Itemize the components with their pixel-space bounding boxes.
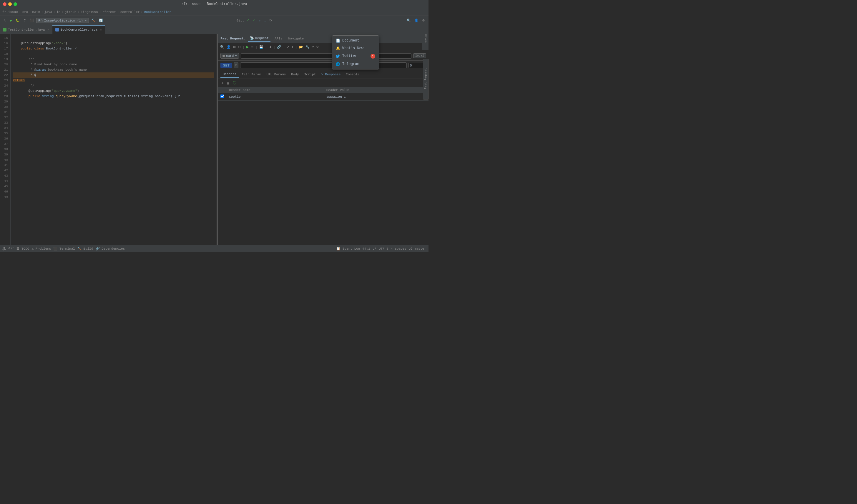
code-content[interactable]: @RequestMapping("/book") public class Bo… (11, 34, 217, 245)
add-header-button[interactable]: + (220, 81, 224, 85)
collection-icon[interactable]: 📂 (298, 45, 304, 49)
req-tab-response[interactable]: > Response (319, 71, 343, 78)
menu-item-telegram[interactable]: Telegram (332, 60, 379, 68)
minimize-button[interactable] (8, 2, 12, 6)
git-checkmark1-icon[interactable]: ✓ (246, 18, 250, 23)
menu-item-twitter[interactable]: Twitter 1 (332, 52, 379, 60)
more-icon[interactable]: ▾ (291, 45, 294, 49)
breadcrumb-item[interactable]: src (22, 10, 28, 14)
tab-close-icon[interactable]: ✕ (47, 28, 49, 32)
table-icon[interactable]: ⊞ (232, 45, 237, 49)
delete-header-button[interactable]: 🗑 (226, 81, 231, 85)
method-dropdown[interactable]: ▾ (234, 62, 238, 68)
window-title: rfr-issue – BookController.java (181, 2, 247, 6)
search-icon[interactable]: 🔍 (405, 18, 412, 23)
header-checkbox[interactable] (220, 95, 224, 98)
problems-status-item[interactable]: ⚠ Problems (32, 247, 51, 251)
target-icon[interactable]: ⊙ (237, 45, 241, 49)
breadcrumb-item[interactable]: main (32, 10, 40, 14)
fr-side-tab[interactable]: Fast Request (423, 59, 428, 100)
maven-side-panel[interactable]: Maven (422, 27, 428, 50)
git-checkmark2-icon[interactable]: ✓ (252, 18, 257, 23)
play-icon[interactable]: ▶ (246, 45, 250, 49)
header-value-cell[interactable]: JSESSION=1 (324, 93, 428, 101)
menu-item-whatsnew[interactable]: 🔔 What's New (332, 45, 379, 52)
fr-tab-request[interactable]: 📡 Request (248, 35, 270, 42)
breadcrumb-item-current[interactable]: BookController (144, 10, 171, 14)
terminal-status-item[interactable]: ⬛ Terminal (53, 247, 75, 251)
method-button[interactable]: GET (220, 63, 232, 68)
run-icon[interactable]: ▶ (9, 18, 13, 23)
refresh-icon[interactable]: ↻ (315, 45, 320, 49)
breadcrumb-item[interactable]: rfrtest (102, 10, 116, 14)
url-input[interactable] (241, 53, 411, 58)
git-refresh-icon[interactable]: ↻ (268, 18, 273, 23)
tab-close-icon[interactable]: ✕ (100, 28, 102, 32)
link-icon[interactable]: 🔗 (276, 45, 282, 49)
req-tab-headers[interactable]: Headers (220, 71, 239, 78)
maximize-button[interactable] (14, 2, 17, 6)
todo-status-item[interactable]: ☰ TODO (16, 247, 29, 251)
header-checkbox-cell[interactable] (218, 93, 226, 101)
stop-icon[interactable]: ⬛ (29, 18, 35, 23)
breadcrumb-item[interactable]: java (45, 10, 52, 14)
fr-header: Fast Request: 📡 Request APIs Navigate (218, 34, 428, 43)
cursor-icon[interactable]: ↖ (2, 18, 7, 23)
build-status-item[interactable]: 🔨 Build (78, 247, 93, 251)
fr-tab-apis-label: APIs (274, 37, 282, 40)
wrench-icon[interactable]: 🔧 (305, 45, 310, 49)
code-editor[interactable]: 15 16 17 18 19 20 21 22 23 24 27 28 29 3… (0, 34, 217, 245)
breadcrumb-item[interactable]: github (65, 10, 77, 14)
url-path-input[interactable] (240, 63, 407, 68)
close-button[interactable] (3, 2, 6, 6)
search-icon[interactable]: 🔍 (219, 45, 225, 49)
help-icon[interactable]: ? (311, 45, 315, 49)
req-tab-script[interactable]: Script (302, 71, 318, 78)
req-tab-path-param[interactable]: Path Param (239, 71, 264, 78)
share-icon[interactable]: ↗ (286, 45, 290, 49)
req-tab-body[interactable]: Body (289, 71, 301, 78)
whatsnew-icon: 🔔 (336, 46, 340, 50)
fr-tab-navigate-label: Navigate (288, 37, 304, 40)
coverage-icon[interactable]: ☂ (22, 18, 27, 23)
fr-tab-navigate[interactable]: Navigate (286, 36, 305, 41)
twitter-icon (336, 54, 340, 58)
tab-test-controller[interactable]: TestController.java ✕ (0, 25, 52, 34)
event-log-item[interactable]: 📋 Event Log (336, 247, 360, 251)
window-controls[interactable] (3, 2, 17, 6)
profile-icon[interactable]: 👤 (413, 18, 420, 23)
person-icon[interactable]: 👤 (226, 45, 232, 49)
git-pull-icon[interactable]: ↓ (263, 18, 267, 23)
breadcrumb-item[interactable]: fr-issue (2, 10, 18, 14)
shield-icon[interactable]: 🛡 (232, 81, 238, 85)
breadcrumb-item[interactable]: io (56, 10, 60, 14)
req-tab-url-params[interactable]: URL Params (264, 71, 288, 78)
fr-tab-request-label: Request (255, 36, 269, 40)
git-status-item[interactable]: Git (2, 247, 14, 250)
breadcrumb-item[interactable]: kings1990 (81, 10, 98, 14)
svg-point-1 (3, 249, 4, 250)
tab-menu-icon[interactable]: ⋮ (106, 27, 112, 32)
send-icon[interactable]: ⇨ (250, 45, 255, 49)
settings-icon[interactable]: ⚙ (421, 18, 426, 23)
debug-icon[interactable]: 🐛 (14, 18, 21, 23)
branch-indicator[interactable]: ⎇ master (409, 247, 426, 251)
git-push-icon[interactable]: ↑ (258, 18, 262, 23)
breadcrumb-item[interactable]: controller (120, 10, 140, 14)
env-dropdown[interactable]: card ▾ (220, 53, 239, 58)
tab-book-controller[interactable]: BookController.java ✕ (52, 25, 105, 34)
req-tab-console[interactable]: Console (343, 71, 362, 78)
sync-icon[interactable]: 🔄 (98, 18, 104, 23)
menu-item-document[interactable]: 📄 Document (332, 37, 379, 45)
save-icon[interactable]: 💾 (258, 45, 264, 49)
fr-tab-apis[interactable]: APIs (273, 36, 284, 41)
cursor-position: 44:1 (362, 247, 370, 251)
svg-line-3 (3, 248, 4, 249)
import-icon[interactable]: ⬇ (268, 45, 272, 49)
header-name-cell[interactable]: Cookie (226, 93, 324, 101)
dependencies-status-item[interactable]: 🔗 Dependencies (96, 247, 125, 251)
separator6: | (295, 45, 298, 49)
dropdown-menu[interactable]: 📄 Document 🔔 What's New Twitter 1 Telegr… (332, 35, 379, 69)
run-config-dropdown[interactable]: RfrIssueApplication (1) ▾ (36, 18, 89, 23)
build-icon[interactable]: 🔨 (90, 18, 97, 23)
